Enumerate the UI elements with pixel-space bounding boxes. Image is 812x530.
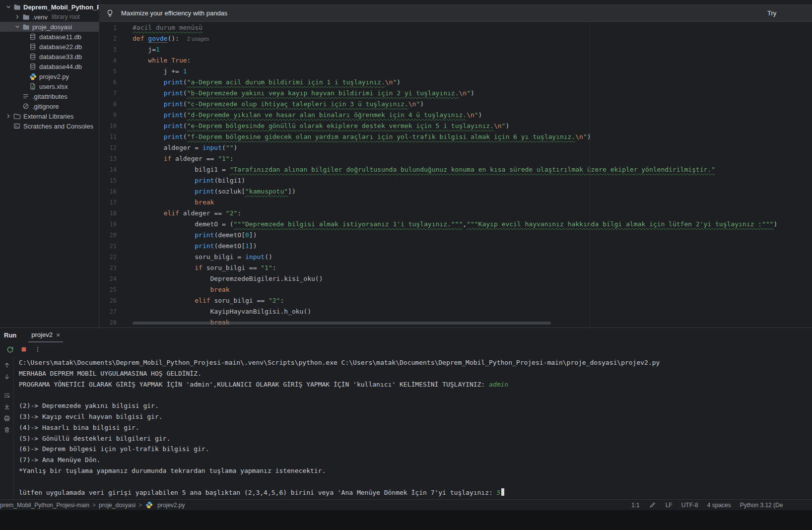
rerun-icon[interactable] [6, 345, 14, 353]
line-separator[interactable]: LF [666, 502, 673, 509]
stop-icon[interactable] [20, 345, 28, 353]
right-margin-guide [590, 22, 590, 328]
code-line[interactable]: 23 if soru_bilgi == "1": [100, 263, 812, 273]
clear-console-icon[interactable] [3, 426, 11, 434]
arrow-up-icon[interactable] [3, 361, 11, 369]
code-line[interactable]: 27 KayipHayvanBilgisi.h_oku() [100, 306, 812, 317]
tree-item-projev2-py[interactable]: projev2.py [0, 71, 99, 81]
file-encoding[interactable]: UTF-8 [681, 502, 698, 509]
banner-message: Maximize your efficiency with pandas [121, 9, 227, 17]
code-line[interactable]: 3 j=1 [100, 44, 812, 55]
tree-item-external-libraries[interactable]: External Libraries [0, 111, 99, 121]
line-number: 19 [100, 219, 117, 230]
arrow-down-icon[interactable] [3, 373, 11, 381]
code-area[interactable]: 1#acil durum menüsü2def govde():2 usages… [100, 22, 812, 328]
tree-item-database11-db[interactable]: database11.db [0, 32, 99, 42]
code-line[interactable]: 15 print(bilgi1) [100, 175, 812, 186]
tree-item-proje-dosyasi[interactable]: proje_dosyasi [0, 22, 99, 32]
tree-item-label: .venv [32, 13, 48, 21]
code-line[interactable]: 13 if aldeger == "1": [100, 153, 812, 164]
breadcrumb-item-projev2-py[interactable]: projev2.py [145, 501, 185, 509]
console-line: (4)-> Hasarlı bina bilgisi gir. [19, 422, 812, 433]
folder-icon [13, 3, 21, 11]
console-text: (3)-> Kayıp evcil hayvan bilgisi gir. [19, 413, 163, 420]
console-line: (7)-> Ana Menüye Dön. [19, 455, 812, 465]
tree-item-database44-db[interactable]: database44.db [0, 62, 99, 71]
print-icon[interactable] [3, 414, 11, 422]
code-line[interactable]: 22 soru_bilgi = input() [100, 252, 812, 263]
tree-item-gitignore[interactable]: .gitignore [0, 101, 99, 111]
line-number: 25 [100, 284, 117, 295]
code-line[interactable]: 2def govde():2 usages [100, 33, 812, 44]
console-toolbar [0, 356, 14, 499]
chevron-right-icon[interactable] [13, 14, 22, 20]
line-number: 13 [100, 153, 117, 164]
code-line[interactable]: 14 bilgi1 = "Tarafınızdan alınan bilgile… [100, 164, 812, 175]
tree-item-scratches-and-consoles[interactable]: Scratches and Consoles [0, 121, 99, 131]
code-line[interactable]: 21 print(demetO[1]) [100, 241, 812, 252]
tree-item-venv[interactable]: .venvlibrary root [0, 12, 99, 22]
code-line[interactable]: 12 aldeger = input("") [100, 142, 812, 153]
code-line[interactable]: 5 j += 1 [100, 66, 812, 77]
code-line[interactable]: 20 print(demetO[0]) [100, 230, 812, 241]
code-line[interactable]: 24 DepremzedeBigileri.kisi_oku() [100, 273, 812, 284]
code-line[interactable]: 1#acil durum menüsü [100, 22, 812, 33]
close-tab-icon[interactable]: × [56, 331, 60, 338]
tree-item-gitattributes[interactable]: .gitattributes [0, 91, 99, 101]
chevron-down-icon[interactable] [4, 4, 13, 10]
scroll-to-end-icon[interactable] [3, 403, 11, 411]
caret-position[interactable]: 1:1 [631, 502, 640, 509]
code-line[interactable]: 7 print("b-Depremzede yakını veya kayıp … [100, 88, 812, 99]
line-number: 3 [100, 44, 117, 55]
tree-item-database22-db[interactable]: database22.db [0, 42, 99, 52]
chevron-right-icon[interactable] [4, 113, 13, 119]
line-number: 7 [100, 88, 117, 99]
code-line[interactable]: 11 print("f-Deprem bölgesine gidecek ola… [100, 132, 812, 142]
code-line[interactable]: 25 break [100, 284, 812, 295]
line-number: 5 [100, 66, 117, 77]
line-number: 6 [100, 77, 117, 88]
editor-pane[interactable]: Maximize your efficiency with pandas Try… [100, 0, 812, 328]
console-line: *Yanlış bir tuşlama yapmanız durumunda t… [19, 465, 812, 476]
horizontal-scrollbar[interactable] [133, 322, 551, 325]
chevron-down-icon[interactable] [13, 24, 22, 30]
line-number: 21 [100, 241, 117, 252]
tree-item-database33-db[interactable]: database33.db [0, 52, 99, 62]
console-output[interactable]: C:\Users\matak\Documents\Deprem_Mobil_Py… [19, 357, 812, 498]
console-line: C:\Users\matak\Documents\Deprem_Mobil_Py… [19, 357, 812, 368]
status-widgets: 1:1LFUTF-84 spacesPython 3.12 (De [631, 500, 783, 510]
code-line[interactable]: 26 elif soru_bilgi == "2": [100, 295, 812, 306]
code-line[interactable]: 17 break [100, 197, 812, 208]
tree-item-label: proje_dosyasi [32, 23, 72, 31]
run-tab-projev2[interactable]: projev2 × [28, 328, 63, 342]
tree-item-deprem-mobil-python-proj[interactable]: Deprem_Mobil_Python_Proj [0, 2, 99, 12]
code-line[interactable]: 9 print("d-Depremde yıkılan ve hasar ala… [100, 110, 812, 121]
code-line[interactable]: 10 print("e-Deprem bölgesinde gönüllü ol… [100, 121, 812, 132]
tree-item-users-xlsx[interactable]: users.xlsx [0, 81, 99, 91]
soft-wrap-icon[interactable] [3, 392, 11, 399]
code-line[interactable]: 6 print("a-Deprem acil durum bildirimi i… [100, 77, 812, 88]
indent-style[interactable]: 4 spaces [707, 502, 731, 509]
run-tab-label: projev2 [31, 331, 53, 338]
code-line[interactable]: 16 print(sozluk["kamuspotu"]) [100, 186, 812, 197]
more-options-icon[interactable] [34, 345, 42, 353]
code-line[interactable]: 19 demetO = ("""Depremzede bilgisi almak… [100, 219, 812, 230]
banner-try-link[interactable]: Try [767, 9, 776, 17]
console-line: PROGRAMA YÖNETİCİ OLARAK GİRİŞ YAPMAK İÇ… [19, 379, 812, 390]
breadcrumb-item-prem-mobil-python-projesi-main[interactable]: prem_Mobil_Python_Projesi-main [0, 502, 89, 509]
console-line: (3)-> Kayıp evcil hayvan bilgisi gir. [19, 411, 812, 422]
console-text: lütfen uygulamada veri girişi yapılabile… [19, 489, 497, 496]
breadcrumb-item-proje-dosyasi[interactable]: proje_dosyasi [99, 502, 135, 509]
project-panel: Deprem_Mobil_Python_Proj.venvlibrary roo… [0, 0, 99, 328]
line-number: 4 [100, 55, 117, 66]
code-line[interactable]: 4 while True: [100, 55, 812, 66]
user-input-text: admin [489, 381, 508, 388]
run-panel-header: Run projev2 × [0, 328, 812, 342]
code-line[interactable]: 18 elif aldeger == "2": [100, 208, 812, 219]
code-line[interactable]: 8 print("c-Depremzede olup ihtiyaç talep… [100, 99, 812, 110]
readonly-icon[interactable] [649, 501, 657, 509]
console-text: C:\Users\matak\Documents\Deprem_Mobil_Py… [19, 359, 660, 366]
tree-item-label: database33.db [39, 53, 82, 61]
python-interpreter[interactable]: Python 3.12 (De [740, 502, 783, 509]
line-number: 27 [100, 306, 117, 317]
